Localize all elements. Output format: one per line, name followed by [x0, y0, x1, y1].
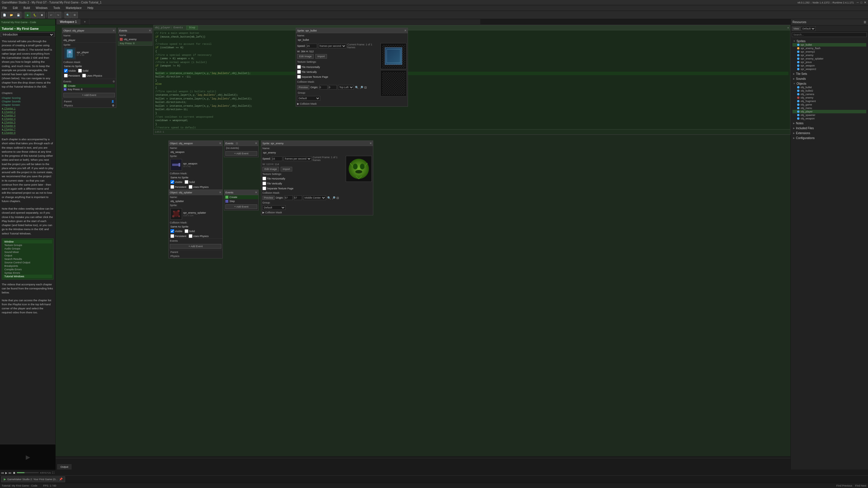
zoom-in-icon[interactable]: 🔍: [355, 86, 359, 89]
enemy-group-select[interactable]: Default: [262, 205, 286, 210]
chapter-1-link[interactable]: ● Chapter 1: [2, 107, 54, 110]
key-press-entry[interactable]: Key Press: 8: [118, 41, 152, 45]
enemy-fps-select[interactable]: frames per second: [283, 156, 312, 161]
weapon-visible-cb[interactable]: [170, 180, 174, 184]
res-spr-splatter[interactable]: spr_enemy_splatter: [793, 57, 866, 60]
ch1-label[interactable]: ● Chapter 1: [2, 107, 16, 110]
sprites-header[interactable]: ▼ Sprites: [793, 39, 866, 43]
chapter-2-link[interactable]: ● Chapter 2: [2, 110, 54, 113]
weapon-physics-cb[interactable]: [189, 185, 192, 189]
res-obj-camera[interactable]: obj_camera: [793, 93, 866, 96]
res-spr-enemy[interactable]: spr_enemy: [793, 54, 866, 57]
extensions-header[interactable]: ▶ Extensions: [793, 131, 866, 135]
obj-splatter-close[interactable]: ✕: [219, 191, 221, 194]
res-obj-player[interactable]: obj_player: [793, 110, 866, 113]
workspace-tab[interactable]: Workspace 1: [56, 19, 81, 25]
physics-checkbox[interactable]: [82, 74, 86, 77]
speed-input[interactable]: [307, 44, 317, 48]
weapon-events-close[interactable]: ✕: [255, 142, 257, 145]
collision-expand[interactable]: ▶ Collision Mask: [297, 102, 378, 105]
splatter-step-event[interactable]: Step: [224, 199, 258, 203]
res-obj-spawner[interactable]: obj_spawner: [793, 113, 866, 117]
splatter-create-event[interactable]: Create: [224, 195, 258, 199]
enemy-zoom-in[interactable]: 🔍: [327, 196, 331, 199]
enemy-origin-preset[interactable]: Middle Center: [303, 195, 326, 200]
edit-image-btn[interactable]: Edit Image: [297, 54, 314, 59]
search-btn[interactable]: 🔍: [64, 12, 71, 18]
chapter-7-link[interactable]: ● Chapter 7: [2, 128, 54, 131]
add-event-btn[interactable]: + Add Event: [63, 93, 115, 97]
chapter-3-link[interactable]: ● Chapter 3: [2, 113, 54, 117]
ch3-label[interactable]: ● Chapter 3: [2, 114, 16, 117]
res-spr-bullet[interactable]: spr_bullet: [793, 43, 866, 46]
splatter-ev-add[interactable]: + Add Event: [225, 204, 257, 209]
res-spr-weapon2[interactable]: spr_weapon2: [793, 67, 866, 71]
fit-icon[interactable]: ⊡: [364, 86, 367, 89]
spr-bullet-close[interactable]: ✕: [404, 29, 406, 32]
window-item-search[interactable]: Search Results: [3, 257, 52, 261]
video-play-btn[interactable]: ▶: [5, 471, 7, 475]
res-spr-jesus[interactable]: spr_jesus: [793, 60, 866, 64]
minimize-btn[interactable]: ─: [857, 1, 859, 4]
debug-btn[interactable]: 🐛: [32, 12, 38, 18]
enemy-fit[interactable]: ⊡: [337, 196, 339, 199]
stop-btn[interactable]: ⏹: [38, 12, 45, 18]
taskbar-gm-item[interactable]: ▶ GameMaker Studio 2: Your First Game (G…: [1, 477, 65, 482]
window-item-compileerr[interactable]: Compile Errors: [3, 268, 52, 271]
output-tab[interactable]: Output: [57, 464, 71, 469]
origin-x-input[interactable]: [319, 85, 328, 90]
weapon-events-dock[interactable]: ⊡: [236, 142, 238, 145]
objects-header[interactable]: ▼ Objects: [793, 82, 866, 86]
menu-windows[interactable]: Windows: [35, 6, 49, 9]
ch7-label[interactable]: ● Chapter 7: [2, 128, 16, 131]
enemy-oy-input[interactable]: [294, 195, 302, 200]
enemy-zoom-out[interactable]: 🔎: [332, 196, 335, 199]
menu-tools[interactable]: Tools: [52, 6, 61, 9]
menu-file[interactable]: File: [1, 6, 8, 9]
physics-icon[interactable]: ⚙: [112, 104, 114, 107]
res-obj-enemy[interactable]: obj_enemy: [793, 96, 866, 99]
obj-player-close[interactable]: ✕: [113, 29, 115, 32]
menu-build[interactable]: Build: [22, 6, 31, 9]
res-obj-bullet[interactable]: obj_bullet: [793, 86, 866, 89]
tile-horiz-cb[interactable]: [297, 65, 301, 69]
create-event-item[interactable]: C Create: [63, 84, 115, 88]
persistent-checkbox[interactable]: [64, 74, 68, 77]
video-stop-btn[interactable]: ⏹: [13, 471, 16, 475]
taskbar-pin-icon[interactable]: 📌: [59, 478, 62, 481]
splatter-visible-cb[interactable]: [170, 229, 174, 233]
origin-preset-select[interactable]: Top Left: [338, 85, 354, 90]
chapter-8-link[interactable]: ● Chapter 8: [2, 131, 54, 134]
enemy-tile-h-cb[interactable]: [262, 176, 266, 181]
weapon-persistent-cb[interactable]: [170, 185, 174, 189]
ch5-label[interactable]: ● Chapter 5: [2, 121, 16, 124]
obj-enemy-entry[interactable]: obj_enemy: [118, 37, 152, 41]
ch2-label[interactable]: ● Chapter 2: [2, 110, 16, 113]
menu-help[interactable]: Help: [86, 6, 95, 9]
ch6-label[interactable]: ● Chapter 6: [2, 124, 16, 127]
save-btn[interactable]: 💾: [15, 12, 22, 18]
sounds-header[interactable]: ▶ Sounds: [793, 77, 866, 80]
undo-btn[interactable]: ↩: [48, 12, 54, 18]
new-btn[interactable]: 📄: [1, 12, 7, 18]
video-prev-btn[interactable]: ⏮: [1, 471, 4, 475]
enemy-tile-v-cb[interactable]: [262, 182, 266, 185]
enemy-import-btn[interactable]: Import: [281, 167, 292, 171]
res-view-select[interactable]: Default: [801, 26, 816, 31]
events-expand-btn[interactable]: ⚙: [113, 80, 115, 83]
res-view-btn[interactable]: View: [792, 27, 800, 31]
keypress-event-item[interactable]: K Key Press: 8: [63, 88, 115, 91]
code-editor-close[interactable]: ✕: [787, 26, 789, 30]
included-header[interactable]: ▶ Included Files: [793, 126, 866, 130]
obj-weapon-close[interactable]: ✕: [219, 142, 221, 145]
splatter-persistent-cb[interactable]: [170, 234, 174, 238]
window-item-texgroups[interactable]: Texture Groups: [3, 243, 52, 247]
chapter-6-link[interactable]: ● Chapter 6: [2, 124, 54, 128]
window-item-audiogroups[interactable]: Audio Groups: [3, 247, 52, 250]
enemy-ox-input[interactable]: [285, 195, 293, 200]
zoom-out-icon[interactable]: 🔎: [360, 86, 363, 89]
splatter-solid-cb[interactable]: [185, 229, 188, 233]
res-obj-game[interactable]: obj_game: [793, 103, 866, 106]
run-btn[interactable]: ▶: [25, 12, 31, 18]
window-item-window[interactable]: Window: [3, 240, 52, 243]
